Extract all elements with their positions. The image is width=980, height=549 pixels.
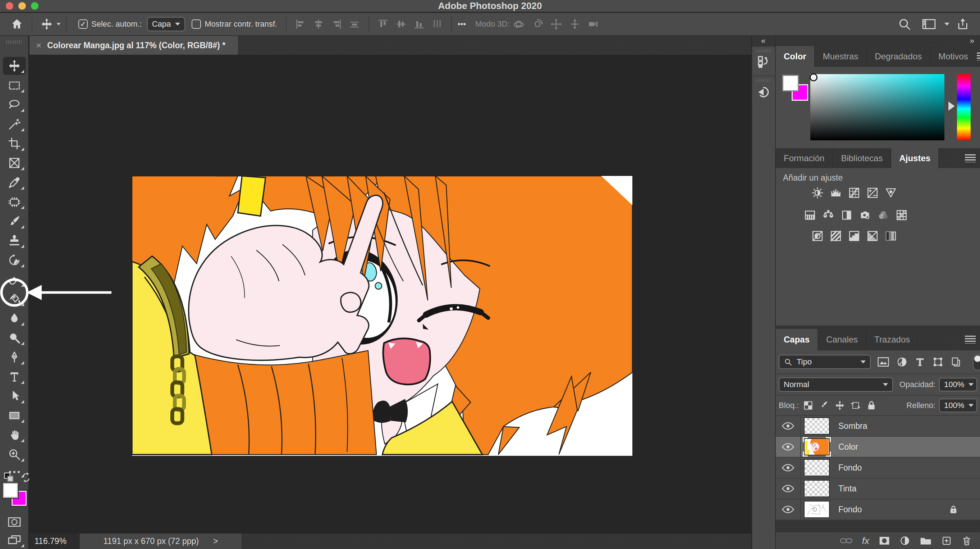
history-panel-button[interactable] bbox=[752, 75, 775, 105]
adjustment-hue-saturation-icon[interactable] bbox=[803, 208, 817, 222]
layer-thumbnail[interactable] bbox=[804, 480, 830, 497]
adjustment-threshold-icon[interactable] bbox=[847, 229, 861, 243]
align-middle-v-icon[interactable] bbox=[395, 18, 407, 30]
adjustment-posterize-icon[interactable] bbox=[829, 229, 843, 243]
layer-thumbnail[interactable] bbox=[804, 501, 830, 518]
tool-hand[interactable] bbox=[3, 426, 26, 444]
adjustment-curves-icon[interactable] bbox=[847, 186, 861, 199]
tool-crop[interactable] bbox=[3, 134, 26, 153]
close-tab-icon[interactable]: × bbox=[36, 40, 41, 51]
hue-slider-pointer[interactable] bbox=[948, 101, 955, 111]
layer-name[interactable]: Fondo bbox=[838, 505, 862, 514]
align-right-icon[interactable] bbox=[331, 18, 342, 30]
tool-rectangle[interactable] bbox=[3, 407, 26, 425]
adjustment-color-balance-icon[interactable] bbox=[821, 208, 835, 222]
adjustment-gradient-map-icon[interactable] bbox=[884, 229, 898, 243]
layer-thumbnail[interactable] bbox=[804, 459, 830, 476]
layer-row-fondo-locked[interactable]: Fondo bbox=[776, 500, 980, 520]
tool-lasso[interactable] bbox=[3, 96, 26, 114]
status-chevron-icon[interactable]: > bbox=[213, 536, 218, 546]
layers-panel-menu-icon[interactable] bbox=[965, 336, 976, 343]
align-bottom-icon[interactable] bbox=[414, 18, 425, 30]
layer-name[interactable]: Tinta bbox=[838, 484, 856, 493]
tab-motivos[interactable]: Motivos bbox=[931, 46, 977, 67]
layer-visibility-toggle[interactable] bbox=[776, 479, 801, 499]
history-states-panel-button[interactable] bbox=[752, 46, 775, 75]
adjustment-vibrance-icon[interactable] bbox=[884, 186, 898, 199]
layer-visibility-toggle[interactable] bbox=[776, 437, 801, 457]
layer-visibility-toggle[interactable] bbox=[776, 458, 801, 478]
quick-mask-button[interactable] bbox=[3, 513, 26, 531]
workspace-icon[interactable] bbox=[922, 18, 936, 30]
align-left-icon[interactable] bbox=[295, 18, 306, 30]
move-tool-option-icon[interactable] bbox=[41, 18, 53, 30]
new-group-icon[interactable] bbox=[920, 536, 932, 546]
tool-frame[interactable] bbox=[3, 154, 26, 172]
document-tab[interactable]: × Colorear Manga.jpg al 117% (Color, RGB… bbox=[29, 36, 238, 55]
tool-eyedropper[interactable] bbox=[3, 173, 26, 192]
lock-transparency-icon[interactable] bbox=[803, 401, 813, 410]
tool-brush[interactable] bbox=[3, 212, 26, 230]
layer-name[interactable]: Fondo bbox=[838, 463, 862, 473]
align-center-h-icon[interactable] bbox=[313, 18, 324, 30]
layer-thumbnail[interactable] bbox=[804, 438, 830, 455]
tool-paint-bucket[interactable] bbox=[3, 290, 26, 308]
filter-shape-layers-icon[interactable] bbox=[932, 356, 943, 367]
layer-style-icon[interactable]: fx bbox=[862, 535, 869, 546]
tools-grip[interactable] bbox=[6, 40, 22, 44]
layer-row-tinta[interactable]: Tinta bbox=[776, 479, 980, 500]
hue-strip[interactable] bbox=[957, 74, 970, 140]
tab-formacion[interactable]: Formación bbox=[776, 148, 833, 168]
panel-foreground-color-swatch[interactable] bbox=[782, 75, 799, 91]
adjustment-exposure-icon[interactable] bbox=[865, 186, 879, 199]
tab-trazados[interactable]: Trazados bbox=[866, 329, 918, 350]
tab-ajustes[interactable]: Ajustes bbox=[891, 148, 939, 168]
tool-zoom[interactable] bbox=[3, 445, 26, 463]
tool-clone-stamp[interactable] bbox=[3, 232, 26, 250]
layer-mask-icon[interactable] bbox=[879, 536, 890, 546]
link-layers-icon[interactable] bbox=[840, 536, 853, 546]
color-panel-menu-icon[interactable] bbox=[977, 53, 980, 61]
adjustments-panel-menu-icon[interactable] bbox=[965, 154, 976, 162]
align-top-icon[interactable] bbox=[377, 18, 389, 30]
adjustment-selective-color-icon[interactable] bbox=[865, 229, 879, 243]
tool-type[interactable] bbox=[3, 368, 26, 386]
layer-row-color[interactable]: Color bbox=[776, 437, 980, 458]
tool-history-brush[interactable] bbox=[3, 251, 26, 269]
filter-pixel-layers-icon[interactable] bbox=[877, 356, 889, 367]
lock-artboard-icon[interactable] bbox=[851, 401, 861, 410]
show-transform-checkbox[interactable] bbox=[192, 19, 201, 29]
tool-blur[interactable] bbox=[3, 310, 26, 327]
tool-path-selection[interactable] bbox=[3, 387, 26, 405]
adjustment-brightness-contrast-icon[interactable] bbox=[811, 186, 824, 199]
layer-visibility-toggle[interactable] bbox=[776, 416, 801, 436]
canvas-region[interactable] bbox=[29, 55, 751, 533]
auto-select-checkbox[interactable]: ✓ bbox=[78, 19, 88, 29]
screen-mode-button[interactable] bbox=[3, 531, 26, 549]
move-tool-chevron-icon[interactable] bbox=[56, 23, 60, 25]
tool-dodge[interactable] bbox=[3, 329, 26, 347]
layer-name[interactable]: Sombra bbox=[838, 421, 867, 431]
layer-row-sombra[interactable]: Sombra bbox=[776, 416, 980, 437]
share-icon[interactable] bbox=[956, 17, 970, 31]
canvas[interactable] bbox=[132, 176, 632, 456]
search-icon[interactable] bbox=[898, 17, 912, 31]
filter-smart-objects-icon[interactable] bbox=[951, 356, 961, 367]
tab-bibliotecas[interactable]: Bibliotecas bbox=[833, 148, 891, 168]
tool-healing-patch[interactable] bbox=[3, 193, 26, 211]
foreground-color-swatch[interactable] bbox=[3, 483, 18, 498]
color-field-marker[interactable] bbox=[810, 73, 818, 81]
layer-filter-toggle[interactable] bbox=[973, 354, 980, 370]
fill-dropdown[interactable]: 100% bbox=[939, 399, 977, 412]
layer-row-fondo[interactable]: Fondo bbox=[776, 458, 980, 479]
layer-visibility-toggle[interactable] bbox=[776, 500, 801, 520]
lock-pixels-icon[interactable] bbox=[819, 401, 829, 410]
tab-degradados[interactable]: Degradados bbox=[867, 46, 931, 67]
adjustment-channel-mixer-icon[interactable] bbox=[877, 208, 890, 222]
layer-thumbnail[interactable] bbox=[804, 417, 830, 435]
adjustment-color-lookup-icon[interactable] bbox=[895, 208, 908, 222]
filter-adjustment-layers-icon[interactable] bbox=[897, 356, 907, 367]
tool-pen[interactable] bbox=[3, 348, 26, 366]
document-info[interactable]: 1191 px x 670 px (72 ppp) > bbox=[80, 533, 242, 549]
tab-capas[interactable]: Capas bbox=[776, 329, 818, 350]
